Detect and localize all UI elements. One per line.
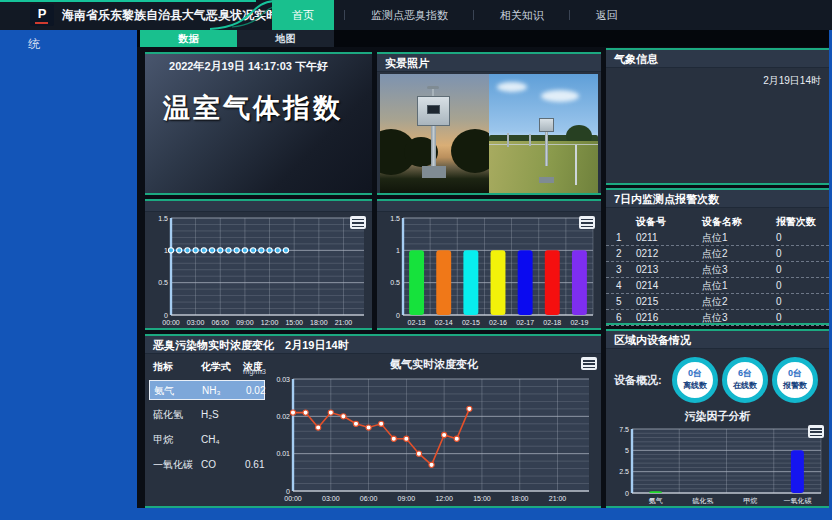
device-id: 0211: [636, 230, 658, 246]
app-logo: P: [30, 4, 54, 26]
svg-text:02-15: 02-15: [462, 319, 480, 326]
alarm-table-row[interactable]: 40214点位10: [606, 278, 829, 294]
nav-menu: 首页 监测点恶臭指数 相关知识 返回: [272, 0, 633, 30]
svg-text:02-18: 02-18: [543, 319, 561, 326]
fence-rail: [489, 144, 598, 146]
pollutant-value: 0.61: [245, 455, 264, 475]
tab-bar: 数据 地图: [137, 30, 829, 47]
odor-table-row[interactable]: 氨气NH₃0.02: [149, 380, 265, 400]
svg-text:15:00: 15:00: [473, 495, 491, 502]
row-index: 4: [616, 278, 622, 294]
device-id: 0212: [636, 246, 658, 262]
nav-item-odor-index[interactable]: 监测点恶臭指数: [356, 0, 463, 30]
offline-count: 0台: [677, 367, 713, 380]
svg-text:0.03: 0.03: [276, 376, 290, 383]
alarm-table-row[interactable]: 30213点位30: [606, 262, 829, 278]
nav-swoosh-decoration: [208, 0, 278, 30]
alarm-table-row[interactable]: 60216点位30: [606, 310, 829, 326]
svg-text:12:00: 12:00: [261, 319, 279, 326]
nav-divider: [569, 10, 570, 20]
pollutant-formula: CH₄: [201, 430, 220, 450]
device-id: 0213: [636, 262, 658, 278]
device-id: 0214: [636, 278, 658, 294]
nav-item-home[interactable]: 首页: [272, 0, 334, 30]
site-photo-field: [489, 74, 598, 193]
alarm-count-value: 0: [776, 294, 782, 310]
odor-table-row[interactable]: 甲烷CH₄: [149, 430, 265, 450]
pollutant-name: 氨气: [154, 381, 174, 401]
svg-text:7.5: 7.5: [619, 426, 629, 433]
svg-text:09:00: 09:00: [398, 495, 416, 502]
device-name: 点位1: [702, 278, 728, 294]
nav-divider: [473, 10, 474, 20]
pollution-factor-svg: 02.557.5氨气硫化氢甲烷一氧化碳: [606, 423, 829, 506]
alarm-table-row[interactable]: 20212点位20: [606, 246, 829, 262]
svg-text:一氧化碳: 一氧化碳: [783, 497, 811, 505]
svg-text:12:00: 12:00: [435, 495, 453, 502]
chart-toolbox-icon[interactable]: [579, 216, 595, 229]
svg-text:1.5: 1.5: [390, 215, 400, 222]
grass-field: [489, 141, 598, 193]
cloud: [541, 90, 579, 102]
svg-text:09:00: 09:00: [236, 319, 254, 326]
fence-post: [529, 134, 531, 146]
pollutant-name: 一氧化碳: [153, 455, 193, 475]
svg-text:18:00: 18:00: [511, 495, 529, 502]
alarm-table-row[interactable]: 10211点位10: [606, 230, 829, 246]
chart-toolbox-icon[interactable]: [581, 357, 597, 370]
dashboard: 数据 地图 2022年2月19日 14:17:03 下午好 温室气体指数 实景照…: [137, 30, 829, 508]
region-devices-panel: 区域内设备情况 设备概况: 0台 离线数 6台 在线数 0台 报警数 污染因子分…: [606, 329, 829, 508]
row-index: 6: [616, 310, 622, 326]
svg-text:03:00: 03:00: [322, 495, 340, 502]
svg-text:1: 1: [396, 247, 400, 254]
site-photo-sunset: [380, 74, 489, 193]
online-label: 在线数: [727, 380, 763, 391]
svg-text:0.02: 0.02: [276, 413, 290, 420]
site-photos-header: 实景照片: [377, 54, 601, 72]
svg-text:21:00: 21:00: [335, 319, 353, 326]
alarm-count-circle: 0台 报警数: [772, 357, 818, 403]
nav-item-knowledge[interactable]: 相关知识: [485, 0, 559, 30]
odor-table-row[interactable]: 一氧化碳CO0.61: [149, 455, 265, 475]
svg-text:02-17: 02-17: [516, 319, 534, 326]
cloud: [497, 82, 527, 92]
concentration-unit: mg/m3: [243, 367, 266, 376]
device-overview-label: 设备概况:: [614, 373, 662, 388]
monitor-station-pole: [431, 126, 436, 170]
svg-text:15:00: 15:00: [285, 319, 303, 326]
svg-text:0: 0: [396, 312, 400, 319]
pollutant-formula: NH₃: [202, 381, 221, 401]
device-id: 0215: [636, 294, 658, 310]
site-photos-panel: 实景照片: [377, 52, 601, 195]
nav-divider: [344, 10, 345, 20]
alarm-count-value: 0: [776, 262, 782, 278]
gas-index-chart-panel: 00.511.500:0003:0006:0009:0012:0015:0018…: [145, 199, 372, 330]
alarm-label: 报警数: [777, 380, 813, 391]
col-alarm-count: 报警次数: [776, 214, 816, 230]
svg-text:02-13: 02-13: [408, 319, 426, 326]
offline-count-circle: 0台 离线数: [672, 357, 718, 403]
chart-toolbox-icon[interactable]: [350, 216, 366, 229]
tab-map[interactable]: 地图: [237, 30, 334, 47]
alarm-count-value: 0: [776, 230, 782, 246]
odor-table-row[interactable]: 硫化氢H₂S: [149, 405, 265, 425]
datetime-greeting: 2022年2月19日 14:17:03 下午好: [145, 59, 352, 74]
alarm-count: 0台: [777, 367, 813, 380]
device-overview-row: 设备概况: 0台 离线数 6台 在线数 0台 报警数: [606, 353, 829, 407]
svg-text:0: 0: [625, 490, 629, 497]
row-index: 3: [616, 262, 622, 278]
row-index: 5: [616, 294, 622, 310]
tab-data[interactable]: 数据: [140, 30, 237, 47]
device-name: 点位2: [702, 294, 728, 310]
chart-toolbox-icon[interactable]: [808, 425, 824, 438]
odor-panel-time: 2月19日14时: [285, 339, 349, 351]
svg-text:03:00: 03:00: [187, 319, 205, 326]
svg-text:02-16: 02-16: [489, 319, 507, 326]
alarm-table-row[interactable]: 50215点位20: [606, 294, 829, 310]
nav-item-back[interactable]: 返回: [581, 0, 633, 30]
pollution-factor-chart: 02.557.5氨气硫化氢甲烷一氧化碳: [606, 423, 829, 506]
monitor-station-pole: [545, 132, 548, 166]
svg-text:21:00: 21:00: [549, 495, 567, 502]
svg-text:氨气: 氨气: [649, 497, 663, 504]
alarm-table-body: 10211点位1020212点位2030213点位3040214点位105021…: [606, 230, 829, 326]
